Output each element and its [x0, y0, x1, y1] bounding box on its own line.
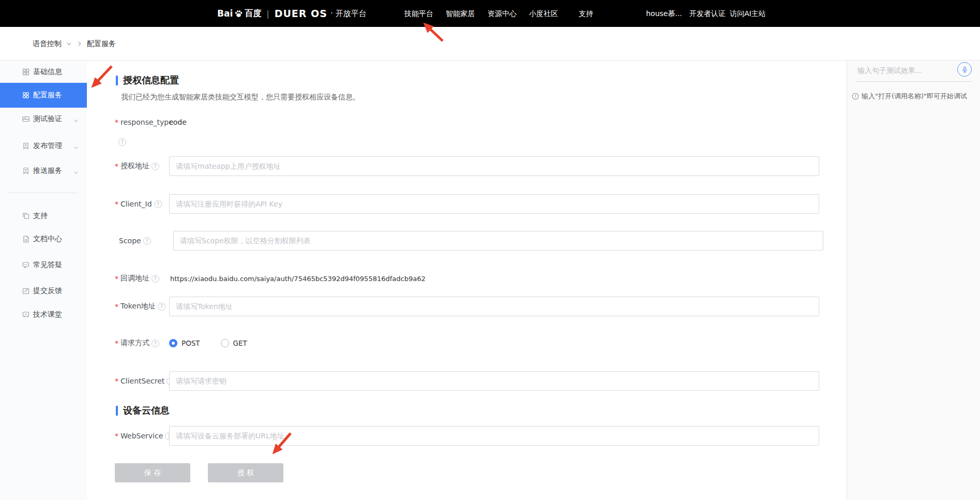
field-row-client-secret: ClientSecret	[115, 371, 819, 391]
test-sentence-input[interactable]	[856, 64, 954, 77]
scope-input[interactable]	[173, 231, 823, 251]
response-type-value: code	[169, 118, 187, 126]
auth-section-title: 授权信息配置	[116, 74, 179, 86]
sidebar-link-feedback[interactable]: 提交反馈	[0, 280, 87, 302]
field-label: WebService	[115, 432, 169, 440]
document-icon	[22, 235, 30, 243]
section-title-text: 授权信息配置	[123, 74, 179, 86]
field-label: 授权地址	[115, 161, 169, 171]
help-icon[interactable]	[158, 303, 165, 311]
chevron-down-icon	[73, 168, 79, 173]
chevron-down-icon	[73, 143, 79, 149]
chevron-down-icon[interactable]	[66, 41, 72, 47]
top-navbar: Bai 百度 | DUER OS · 开放平台 技能平台 智能家居 资源中心 小…	[0, 0, 980, 27]
field-row-web-service: WebService	[115, 426, 819, 446]
field-row-auth-url: 授权地址	[115, 156, 819, 176]
radio-get-label: GET	[233, 339, 247, 347]
nav-item-developer-cert[interactable]: 开发者认证	[689, 0, 726, 27]
sidebar-item-label: 发布管理	[33, 141, 62, 151]
sidebar-item-basic-info[interactable]: 基础信息	[0, 61, 87, 83]
nav-item-xiaodu-community[interactable]: 小度社区	[529, 0, 558, 27]
authorize-button[interactable]: 授 权	[208, 463, 283, 482]
nav-item-resource-center[interactable]: 资源中心	[488, 0, 517, 27]
field-label: response_type	[115, 118, 169, 126]
user-account[interactable]: house慕...	[646, 0, 682, 27]
test-panel: 输入"打开(调用名称)"即可开始调试	[847, 61, 980, 500]
test-card-icon	[22, 115, 30, 123]
title-accent-bar	[116, 76, 118, 85]
breadcrumb-current: 配置服务	[87, 39, 116, 49]
breadcrumb-bar: 语音控制 配置服务	[0, 27, 980, 61]
sidebar-item-label: 文档中心	[33, 234, 62, 244]
chevron-right-icon	[77, 41, 82, 47]
radio-post[interactable]	[169, 339, 177, 347]
test-tip: 输入"打开(调用名称)"即可开始调试	[852, 92, 967, 101]
auth-url-input[interactable]	[169, 156, 819, 176]
baidu-cn-wordmark: 百度	[245, 8, 261, 19]
sidebar-link-faq[interactable]: 常见答疑	[0, 254, 87, 276]
save-button[interactable]: 保 存	[115, 463, 190, 482]
sidebar-item-label: 支持	[33, 211, 48, 220]
help-icon[interactable]	[143, 237, 151, 245]
token-url-input[interactable]	[169, 297, 819, 316]
help-icon[interactable]	[152, 163, 159, 170]
sidebar-link-support[interactable]: 支持	[0, 204, 87, 227]
nav-item-skill-platform[interactable]: 技能平台	[404, 0, 433, 27]
microphone-button[interactable]	[957, 62, 972, 77]
nav-item-visit-ai-site[interactable]: 访问AI主站	[730, 0, 766, 27]
auth-section-desc: 我们已经为您生成智能家居类技能交互模型，您只需要授权相应设备信息。	[121, 93, 360, 102]
help-icon[interactable]	[118, 138, 126, 146]
help-icon[interactable]	[152, 340, 159, 347]
copy-icon	[22, 212, 30, 220]
four-circles-icon	[22, 91, 30, 99]
nav-item-smart-home[interactable]: 智能家居	[446, 0, 475, 27]
field-row-request-method: 请求方式 POST GET	[115, 333, 247, 353]
main-content: 授权信息配置 我们已经为您生成智能家居类技能交互模型，您只需要授权相应设备信息。…	[87, 61, 847, 500]
brand-logo[interactable]: Bai 百度 | DUER OS · 开放平台	[217, 0, 366, 27]
field-row-scope: Scope	[115, 231, 823, 251]
sidebar-item-label: 基础信息	[33, 67, 62, 77]
open-platform-label: · 开放平台	[330, 9, 367, 19]
field-label: Scope	[115, 237, 173, 245]
chat-bubble-icon	[22, 261, 30, 269]
chevron-down-icon	[73, 116, 79, 122]
client-id-input[interactable]	[169, 194, 819, 214]
section-title-text: 设备云信息	[123, 404, 170, 417]
radio-post-label: POST	[182, 339, 200, 347]
field-label: Token地址	[115, 302, 169, 311]
sidebar-item-label: 技术课堂	[33, 310, 62, 319]
sidebar-item-label: 测试验证	[33, 114, 62, 124]
client-secret-input[interactable]	[169, 371, 819, 391]
field-row-client-id: Client_Id	[115, 194, 819, 214]
web-service-input[interactable]	[169, 426, 819, 446]
radio-get[interactable]	[221, 339, 229, 347]
sidebar-item-push-service[interactable]: 推送服务	[0, 159, 87, 182]
sidebar-item-publish-manage[interactable]: 发布管理	[0, 135, 87, 157]
field-label: 请求方式	[115, 339, 169, 348]
breadcrumb: 语音控制 配置服务	[33, 27, 116, 61]
info-icon	[852, 93, 859, 100]
help-icon[interactable]	[154, 200, 162, 208]
dueros-wordmark: DUER OS	[275, 8, 327, 19]
nav-item-support[interactable]: 支持	[579, 0, 593, 27]
field-row-callback-url: 回调地址 https://xiaodu.baidu.com/saiya/auth…	[115, 269, 426, 288]
microphone-icon	[961, 66, 969, 73]
sidebar-link-tech-class[interactable]: 技术课堂	[0, 303, 87, 326]
sidebar-item-test-verify[interactable]: 测试验证	[0, 108, 87, 130]
sidebar-item-label: 提交反馈	[33, 286, 62, 296]
breadcrumb-parent[interactable]: 语音控制	[33, 39, 62, 49]
help-icon[interactable]	[152, 275, 159, 283]
baidu-paw-icon	[234, 9, 244, 19]
brand-divider: |	[266, 9, 269, 19]
sidebar-item-config-service[interactable]: 配置服务	[0, 83, 87, 108]
field-label: ClientSecret	[115, 377, 169, 385]
sidebar-item-label: 推送服务	[33, 166, 62, 175]
dueros-console-page: Bai 百度 | DUER OS · 开放平台 技能平台 智能家居 资源中心 小…	[0, 0, 980, 500]
left-sidebar: 基础信息 配置服务 测试验证	[0, 61, 87, 500]
field-label: Client_Id	[115, 200, 169, 208]
field-label: 回调地址	[115, 274, 169, 283]
sidebar-link-doc-center[interactable]: 文档中心	[0, 228, 87, 251]
callback-url-value: https://xiaodu.baidu.com/saiya/auth/7546…	[170, 275, 426, 283]
title-accent-bar	[116, 406, 118, 416]
sidebar-item-label: 配置服务	[33, 91, 62, 100]
